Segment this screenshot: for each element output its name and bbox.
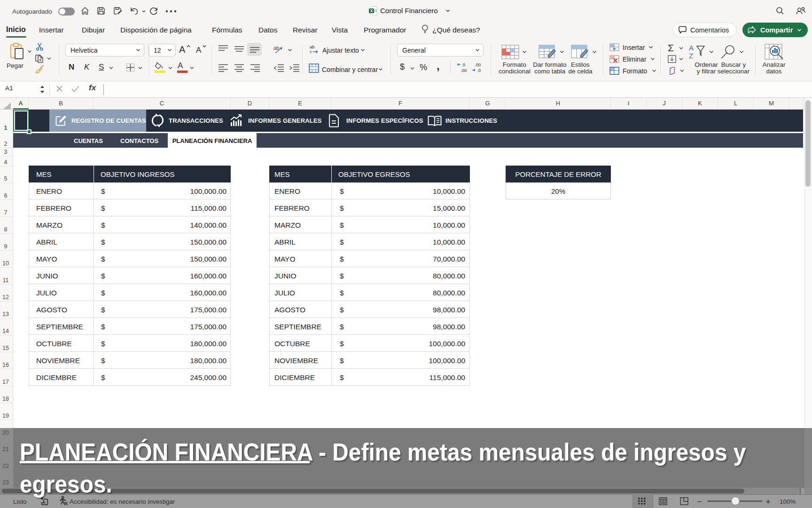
svg-text:c: c [310, 49, 312, 54]
svg-text:.00: .00 [461, 68, 467, 73]
svg-text:A: A [689, 44, 694, 52]
svg-text:ab: ab [273, 45, 279, 51]
svg-text:Z: Z [689, 52, 693, 60]
svg-text:.0: .0 [477, 68, 481, 73]
svg-text:.0: .0 [461, 62, 465, 67]
svg-text:X: X [370, 8, 373, 13]
svg-text:.00: .00 [475, 62, 481, 67]
